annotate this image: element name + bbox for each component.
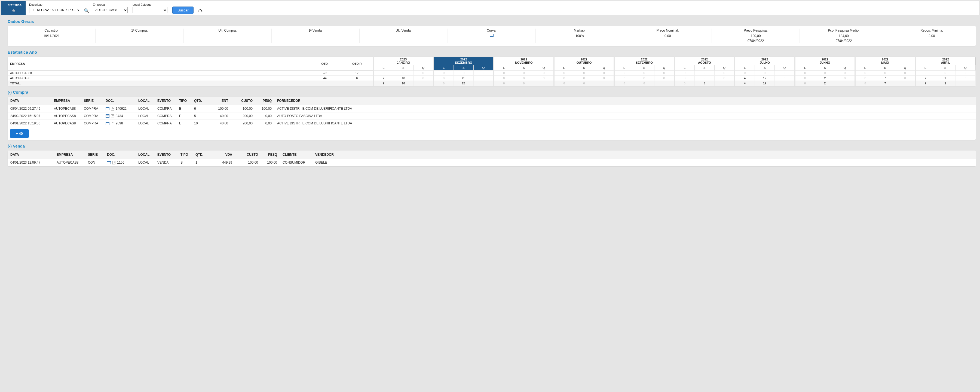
col-header: EMPRESA — [51, 97, 81, 105]
descricao-input[interactable] — [29, 7, 80, 13]
sub-col-header: Q — [775, 65, 795, 70]
clear-icon[interactable] — [197, 7, 204, 14]
sub-col-header: S — [453, 65, 474, 70]
filter-bar: Estatistica ★ Descricao: 🔍 Empresa AUTOP… — [1, 1, 979, 15]
stat-row: AUTOPECAS8446710002600000000000504170020… — [8, 76, 976, 81]
sub-col-header: Q — [956, 65, 976, 70]
sub-col-header: E — [915, 65, 935, 70]
empresa-select[interactable]: AUTOPECAS8 — [93, 7, 128, 13]
estatistica-ano-table: EMPRESAQTD.QTD.R2023JANEIRO2022DEZEMBRO2… — [8, 57, 976, 86]
dg-cell: Ult. Compra: — [184, 29, 272, 43]
col-header: TIPO — [178, 151, 193, 159]
sub-col-header: Q — [474, 65, 494, 70]
file-icon[interactable] — [111, 122, 114, 125]
sub-col-header: Q — [534, 65, 554, 70]
sub-col-header: E — [433, 65, 453, 70]
sub-col-header: S — [755, 65, 775, 70]
col-header: LOCAL — [135, 97, 154, 105]
search-icon[interactable]: 🔍 — [84, 7, 89, 14]
dg-cell: Repos. Minima:2,00 — [888, 29, 976, 43]
sub-col-header: S — [574, 65, 594, 70]
calendar-icon[interactable] — [106, 122, 110, 125]
dados-gerais-title: Dados Gerais — [8, 19, 976, 24]
venda-title[interactable]: (-) Venda — [8, 144, 976, 148]
sub-col-header: S — [875, 65, 895, 70]
col-header: PESQ — [255, 97, 274, 105]
sub-col-header: E — [795, 65, 815, 70]
dg-cell: 1ª Compra: — [95, 29, 183, 43]
local-select[interactable] — [132, 7, 167, 13]
month-header[interactable]: 2023JANEIRO — [373, 57, 433, 65]
col-header: VENDEDOR — [312, 151, 976, 159]
table-row[interactable]: 08/04/2022 09:27:45AUTOPECAS8COMPRA14092… — [8, 105, 976, 112]
col-header: FORNECEDOR — [274, 97, 976, 105]
month-header[interactable]: 2022SETEMBRO — [614, 57, 674, 65]
sub-col-header: Q — [594, 65, 614, 70]
dg-cell: 1ª Venda: — [272, 29, 360, 43]
month-header[interactable]: 2022DEZEMBRO — [433, 57, 493, 65]
dados-gerais-panel: Cadastro:19/11/20211ª Compra:Ult. Compra… — [8, 26, 976, 46]
col-header: CLIENTE — [280, 151, 312, 159]
col-header: DOC. — [104, 151, 135, 159]
month-header[interactable]: 2022MAIO — [855, 57, 915, 65]
dg-cell: Ult. Venda: — [360, 29, 447, 43]
sub-col-header: E — [373, 65, 393, 70]
table-row[interactable]: 24/02/2022 15:15:07AUTOPECAS8COMPRA3434L… — [8, 112, 976, 120]
stat-row: AUTOPECAS88-2217000000000000000000000000… — [8, 70, 976, 76]
dg-cell: Preco Nominal:0,00 — [624, 29, 712, 43]
file-icon[interactable] — [113, 161, 115, 164]
qtd-header: QTD. — [309, 57, 341, 70]
col-header: EMPRESA — [54, 151, 85, 159]
sub-col-header: E — [674, 65, 694, 70]
dg-cell: Pco. Pesquisa Medio:134,0007/04/2022 — [800, 29, 888, 43]
stat-total-row: TOTAL:71002600000005417020771 — [8, 81, 976, 86]
buscar-button[interactable]: Buscar — [172, 6, 194, 14]
compra-table: DATAEMPRESASERIEDOC.LOCALEVENTOTIPOQTD.E… — [8, 97, 976, 127]
qtdr-header: QTD.R — [341, 57, 373, 70]
empresa-header: EMPRESA — [8, 57, 309, 70]
sub-col-header: S — [393, 65, 414, 70]
sub-col-header: E — [554, 65, 574, 70]
sub-col-header: S — [815, 65, 835, 70]
col-header: LOCAL — [135, 151, 154, 159]
month-header[interactable]: 2022AGOSTO — [674, 57, 735, 65]
sub-col-header: S — [514, 65, 534, 70]
table-row[interactable]: 04/01/2023 12:09:47AUTOPECAS8CON1156LOCA… — [8, 159, 976, 166]
month-header[interactable]: 2022NOVEMBRO — [494, 57, 554, 65]
venda-table: DATAEMPRESASERIEDOC.LOCALEVENTOTIPOQTD.V… — [8, 151, 976, 166]
sub-col-header: E — [494, 65, 514, 70]
month-header[interactable]: 2022OUTUBRO — [554, 57, 614, 65]
sub-col-header: Q — [654, 65, 674, 70]
sub-col-header: Q — [414, 65, 434, 70]
calendar-icon[interactable] — [106, 114, 110, 118]
estatistica-tab[interactable]: Estatistica ★ — [2, 2, 26, 15]
col-header: SERIE — [81, 97, 103, 105]
sub-col-header: Q — [835, 65, 855, 70]
dg-cell: Markup:100% — [536, 29, 624, 43]
sub-col-header: S — [694, 65, 714, 70]
col-header: ENT — [206, 97, 231, 105]
col-header: EVENTO — [154, 151, 178, 159]
file-icon[interactable] — [111, 114, 114, 118]
col-header: CUSTO — [231, 97, 255, 105]
month-header[interactable]: 2022JUNHO — [795, 57, 855, 65]
calendar-icon[interactable] — [106, 107, 110, 110]
calendar-icon[interactable] — [107, 161, 111, 164]
calendar-icon[interactable] — [490, 34, 493, 37]
col-header: QTD. — [191, 97, 206, 105]
sub-col-header: S — [935, 65, 956, 70]
col-header: DATA — [8, 151, 54, 159]
compra-title[interactable]: (-) Compra — [8, 90, 976, 94]
dg-cell: Cadastro:19/11/2021 — [8, 29, 95, 43]
file-icon[interactable] — [111, 107, 114, 110]
star-icon: ★ — [11, 8, 16, 14]
month-header[interactable]: 2022JULHO — [735, 57, 795, 65]
month-header[interactable]: 2022ABRIL — [915, 57, 975, 65]
sub-col-header: S — [634, 65, 654, 70]
compra-more-button[interactable]: + 40 — [10, 129, 29, 138]
sub-col-header: E — [735, 65, 755, 70]
table-row[interactable]: 04/01/2022 15:19:56AUTOPECAS8COMPRA9098L… — [8, 120, 976, 127]
local-label: Local Estoque: — [132, 3, 167, 6]
estatistica-ano-title: Estatistica Ano — [8, 50, 976, 54]
descricao-label: Descricao: — [29, 3, 80, 6]
